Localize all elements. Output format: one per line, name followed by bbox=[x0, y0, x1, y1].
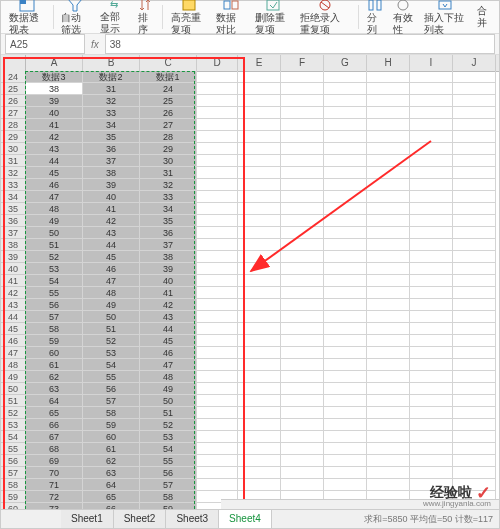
cell[interactable]: 40 bbox=[26, 107, 83, 119]
cell[interactable] bbox=[324, 419, 367, 431]
cell[interactable] bbox=[410, 263, 453, 275]
cell[interactable]: 46 bbox=[26, 179, 83, 191]
cell[interactable] bbox=[453, 287, 496, 299]
cell[interactable] bbox=[367, 203, 410, 215]
cell[interactable] bbox=[367, 131, 410, 143]
cell[interactable] bbox=[324, 191, 367, 203]
cell[interactable]: 30 bbox=[140, 155, 197, 167]
cell[interactable] bbox=[281, 299, 324, 311]
cell[interactable] bbox=[281, 143, 324, 155]
cell[interactable] bbox=[281, 359, 324, 371]
cell[interactable]: 53 bbox=[140, 431, 197, 443]
cell[interactable]: 52 bbox=[140, 419, 197, 431]
cell[interactable] bbox=[238, 119, 281, 131]
cell[interactable] bbox=[410, 455, 453, 467]
cell[interactable]: 44 bbox=[83, 239, 140, 251]
cell[interactable] bbox=[410, 347, 453, 359]
datacompare-button[interactable]: 数据对比 bbox=[212, 0, 248, 37]
cell[interactable]: 41 bbox=[83, 203, 140, 215]
cell[interactable]: 34 bbox=[83, 119, 140, 131]
cell[interactable] bbox=[238, 467, 281, 479]
cell[interactable] bbox=[367, 431, 410, 443]
cell[interactable] bbox=[324, 359, 367, 371]
cell[interactable] bbox=[238, 143, 281, 155]
cell[interactable] bbox=[367, 395, 410, 407]
cell[interactable]: 45 bbox=[26, 167, 83, 179]
cell[interactable]: 46 bbox=[140, 347, 197, 359]
cell[interactable] bbox=[324, 323, 367, 335]
cell[interactable]: 43 bbox=[26, 143, 83, 155]
row-header[interactable]: 47 bbox=[1, 347, 26, 359]
cell[interactable] bbox=[410, 335, 453, 347]
cell[interactable]: 35 bbox=[83, 131, 140, 143]
cell[interactable] bbox=[453, 83, 496, 95]
cell[interactable] bbox=[238, 263, 281, 275]
cell[interactable]: 41 bbox=[26, 119, 83, 131]
cell[interactable] bbox=[410, 359, 453, 371]
cell[interactable]: 36 bbox=[83, 143, 140, 155]
cell[interactable]: 50 bbox=[26, 227, 83, 239]
col-header-I[interactable]: I bbox=[410, 55, 453, 71]
cell[interactable] bbox=[197, 371, 238, 383]
cell[interactable] bbox=[410, 83, 453, 95]
cell[interactable] bbox=[367, 455, 410, 467]
col-header-C[interactable]: C bbox=[140, 55, 197, 71]
cell[interactable] bbox=[238, 275, 281, 287]
cell[interactable]: 66 bbox=[26, 419, 83, 431]
cell[interactable] bbox=[367, 467, 410, 479]
cell[interactable] bbox=[324, 443, 367, 455]
cell[interactable] bbox=[453, 311, 496, 323]
cell[interactable]: 数据1 bbox=[140, 71, 197, 83]
cell[interactable]: 54 bbox=[83, 359, 140, 371]
cell[interactable] bbox=[324, 215, 367, 227]
cell[interactable]: 51 bbox=[140, 407, 197, 419]
cell[interactable] bbox=[197, 167, 238, 179]
cell[interactable] bbox=[281, 107, 324, 119]
cell[interactable] bbox=[453, 71, 496, 83]
cell[interactable] bbox=[197, 131, 238, 143]
row-header[interactable]: 38 bbox=[1, 239, 26, 251]
cell[interactable] bbox=[453, 419, 496, 431]
cell[interactable]: 55 bbox=[26, 287, 83, 299]
cell[interactable]: 62 bbox=[26, 371, 83, 383]
cell[interactable] bbox=[367, 155, 410, 167]
row-header[interactable]: 27 bbox=[1, 107, 26, 119]
cell[interactable] bbox=[410, 143, 453, 155]
cell[interactable] bbox=[410, 419, 453, 431]
cell[interactable] bbox=[238, 443, 281, 455]
formula-input[interactable]: 38 bbox=[105, 34, 495, 54]
col-header-A[interactable]: A bbox=[26, 55, 83, 71]
cell[interactable]: 62 bbox=[83, 455, 140, 467]
row-header[interactable]: 30 bbox=[1, 143, 26, 155]
cell[interactable] bbox=[197, 287, 238, 299]
cell[interactable] bbox=[453, 239, 496, 251]
cell[interactable] bbox=[197, 155, 238, 167]
cell[interactable] bbox=[453, 347, 496, 359]
cell[interactable] bbox=[410, 155, 453, 167]
cell[interactable] bbox=[238, 407, 281, 419]
cell[interactable] bbox=[238, 455, 281, 467]
cell[interactable]: 36 bbox=[140, 227, 197, 239]
cell[interactable]: 67 bbox=[26, 431, 83, 443]
cell[interactable] bbox=[410, 191, 453, 203]
cell[interactable] bbox=[410, 443, 453, 455]
cell[interactable] bbox=[410, 323, 453, 335]
cell[interactable]: 59 bbox=[83, 419, 140, 431]
cell[interactable]: 40 bbox=[83, 191, 140, 203]
cell[interactable] bbox=[238, 359, 281, 371]
cell[interactable] bbox=[324, 95, 367, 107]
row-header[interactable]: 55 bbox=[1, 443, 26, 455]
cell[interactable]: 27 bbox=[140, 119, 197, 131]
cell[interactable] bbox=[410, 251, 453, 263]
cell[interactable]: 43 bbox=[140, 311, 197, 323]
cell[interactable] bbox=[367, 407, 410, 419]
cell[interactable]: 42 bbox=[26, 131, 83, 143]
row-header[interactable]: 54 bbox=[1, 431, 26, 443]
cell[interactable] bbox=[453, 251, 496, 263]
cell[interactable] bbox=[281, 431, 324, 443]
cell[interactable] bbox=[367, 167, 410, 179]
cell[interactable] bbox=[367, 275, 410, 287]
cell[interactable]: 44 bbox=[140, 323, 197, 335]
cell[interactable]: 45 bbox=[140, 335, 197, 347]
cell[interactable] bbox=[324, 455, 367, 467]
